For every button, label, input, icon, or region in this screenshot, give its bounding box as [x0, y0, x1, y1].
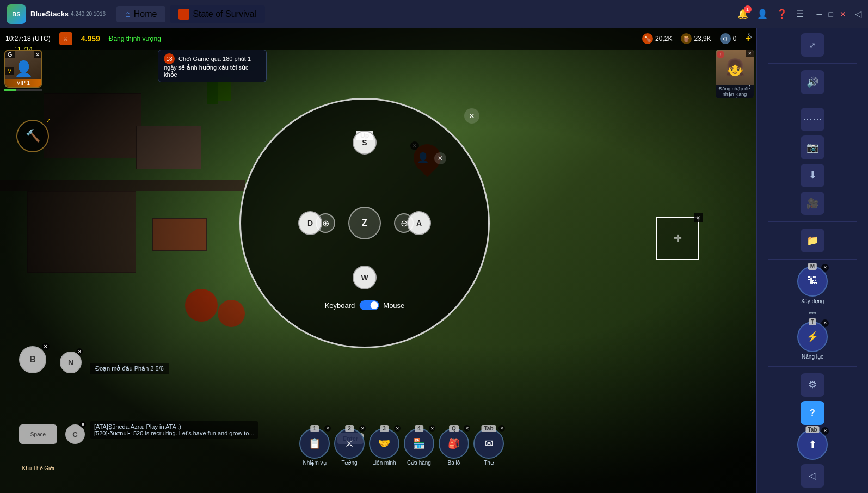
action-close-1[interactable]: ✕ [324, 425, 331, 432]
skill-close-button[interactable]: ✕ [821, 319, 829, 327]
close-button[interactable]: ✕ [840, 10, 846, 19]
action-close-5[interactable]: ✕ [464, 425, 470, 432]
zoom-in-icon: ⊕ [322, 218, 329, 229]
tab-button-sidebar[interactable]: Tab ✕ ⬆ [791, 429, 834, 460]
action-label-5: Ba lô [448, 460, 460, 466]
n-button[interactable]: ✕ N [60, 352, 82, 373]
action-close-4[interactable]: ✕ [429, 425, 435, 432]
back-arrow-icon[interactable]: ◁ [801, 464, 824, 488]
player-status-icon[interactable]: ⚔ [59, 32, 72, 45]
directional-close-button[interactable]: ✕ [464, 108, 479, 124]
tab-close-button[interactable]: ✕ [821, 427, 829, 435]
game-status-bar: 10:27:18 (UTC) ⚔ 4.959 Đang thịnh vượng … [0, 28, 756, 50]
action-btn-3[interactable]: 3 ✕ 🤝 Liên minh [369, 428, 399, 466]
action-circle-1[interactable]: 1 ✕ 📋 [299, 428, 330, 459]
settings-icon[interactable]: ⚙ [801, 373, 824, 397]
action-label-3: Liên minh [372, 460, 396, 466]
chat-line-2: [520]•δuσnul•: 520 is recruiting. Let's … [94, 430, 254, 436]
action-circle-6[interactable]: Tab ✕ ✉ [473, 428, 504, 459]
b-close-button[interactable]: ✕ [42, 343, 50, 350]
notification-icon[interactable]: 🔔 1 [737, 9, 748, 19]
profile-close[interactable]: ✕ [746, 50, 754, 57]
wood-resource: 🪵 23,9K [681, 33, 711, 44]
down-key-button[interactable]: W [353, 266, 377, 289]
action-close-2[interactable]: ✕ [359, 425, 366, 432]
build-icon: 🏗 [808, 275, 817, 287]
download-icon[interactable]: ⬇ [801, 164, 824, 187]
action-btn-2[interactable]: 2 ✕ ⚔ Tướng [334, 428, 365, 466]
action-btn-6[interactable]: Tab ✕ ✉ Thư [473, 428, 504, 466]
action-close-6[interactable]: ✕ [498, 425, 505, 432]
directional-center[interactable]: Z [348, 207, 381, 239]
action-circle-2[interactable]: 2 ✕ ⚔ [334, 428, 365, 459]
world-map-label: Khu Thế Giới [22, 465, 54, 471]
back-icon[interactable]: ◁ [855, 9, 861, 19]
c-close-button[interactable]: ✕ [79, 421, 86, 428]
profile-login-text[interactable]: Đăng nhập để nhận Kang Eunjoo [716, 85, 754, 98]
right-sidebar: ⤢ 🔊 ⋯⋯ 📷 ⬇ 🎥 📁 M ✕ 🏗 Xây dựng ••• T ✕ ⚡ … [756, 28, 868, 493]
toggle-switch[interactable] [359, 300, 379, 310]
help-button[interactable]: ? [801, 401, 824, 424]
action-btn-4[interactable]: 4 ✕ 🏪 Cửa hàng [404, 428, 434, 466]
resize-handle[interactable]: ⤡ [743, 28, 756, 43]
action-circle-3[interactable]: 3 ✕ 🤝 [369, 428, 399, 459]
center-key-label: Z [362, 218, 367, 228]
avatar-image[interactable]: G ✕ 👤 VIP 1 V [4, 50, 42, 88]
video-icon[interactable]: 🎥 [801, 192, 824, 215]
bluestacks-logo: BS [7, 4, 26, 24]
action-label-2: Tướng [341, 460, 357, 466]
account-icon[interactable]: 👤 [757, 9, 768, 19]
player-avatar: 11.714 G ✕ 👤 VIP 1 V [4, 50, 42, 88]
action-circle-5[interactable]: Q ✕ 🎒 [439, 428, 469, 459]
world-map-button[interactable]: Khu Thế Giới [19, 465, 57, 471]
macro-icon[interactable]: ⋯⋯ [801, 108, 824, 131]
up-key-button[interactable]: S [353, 131, 377, 155]
build-button-sidebar[interactable]: M ✕ 🏗 Xây dựng [791, 266, 834, 304]
minimize-button[interactable]: ─ [817, 10, 822, 19]
skill-button-circle[interactable]: T ✕ ⚡ [797, 322, 828, 352]
action-circle-4[interactable]: 4 ✕ 🏪 [404, 428, 434, 459]
exp-fill [4, 89, 16, 91]
build-button-circle[interactable]: M ✕ 🏗 [797, 266, 828, 297]
down-key-label: W [361, 273, 368, 282]
target-close-button[interactable]: ✕ [694, 213, 703, 222]
skill-button-sidebar[interactable]: T ✕ ⚡ Năng lực [791, 322, 834, 360]
restore-button[interactable]: □ [829, 10, 833, 19]
player-score: 4.959 [81, 34, 100, 43]
inner-close-button[interactable]: ✕ [434, 152, 446, 164]
action-btn-1[interactable]: 1 ✕ 📋 Nhiệm vụ [299, 428, 330, 466]
hammer-build-icon[interactable]: 🔨 z [16, 120, 49, 152]
action-close-3[interactable]: ✕ [394, 425, 401, 432]
action-icon-3: 🤝 [378, 437, 390, 449]
folder-icon[interactable]: 📁 [801, 229, 824, 252]
target-overlay[interactable]: ✕ ✛ [656, 217, 699, 260]
avatar-close-button[interactable]: ✕ [34, 51, 41, 58]
right-key-button[interactable]: A [407, 211, 431, 235]
space-button[interactable]: Space [19, 424, 57, 444]
tab-button-circle[interactable]: Tab ✕ ⬆ [797, 429, 828, 460]
more-options-icon[interactable]: ••• [809, 309, 817, 317]
c-button[interactable]: ✕ C [65, 424, 85, 444]
build-label: Xây dựng [801, 298, 824, 304]
n-close-button[interactable]: ✕ [76, 348, 83, 355]
wood-icon: 🪵 [681, 33, 692, 44]
v-key-badge[interactable]: V [5, 67, 14, 75]
expand-icon[interactable]: ⤢ [801, 33, 824, 57]
b-button[interactable]: ✕ B [19, 346, 46, 373]
g-key-badge[interactable]: G [5, 51, 15, 58]
road-1 [0, 180, 245, 191]
camera-icon[interactable]: 📷 [801, 135, 824, 159]
food-icon: 🍗 [642, 33, 653, 44]
help-icon[interactable]: ❓ [777, 9, 787, 19]
build-close-button[interactable]: ✕ [821, 264, 829, 272]
sidebar-divider-5 [768, 366, 857, 367]
tab-game-label: State of Survival [193, 9, 256, 19]
volume-icon[interactable]: 🔊 [801, 70, 824, 94]
tab-home[interactable]: ⌂ Home [116, 6, 165, 22]
tab-game[interactable]: State of Survival [170, 5, 265, 23]
building-2 [136, 126, 201, 169]
action-btn-5[interactable]: Q ✕ 🎒 Ba lô [439, 428, 469, 466]
profile-avatar[interactable]: 👧 ✕ ! Đăng nhập để nhận Kang Eunjoo [716, 50, 754, 98]
left-key-button[interactable]: D [298, 211, 322, 235]
menu-icon[interactable]: ☰ [796, 9, 804, 19]
